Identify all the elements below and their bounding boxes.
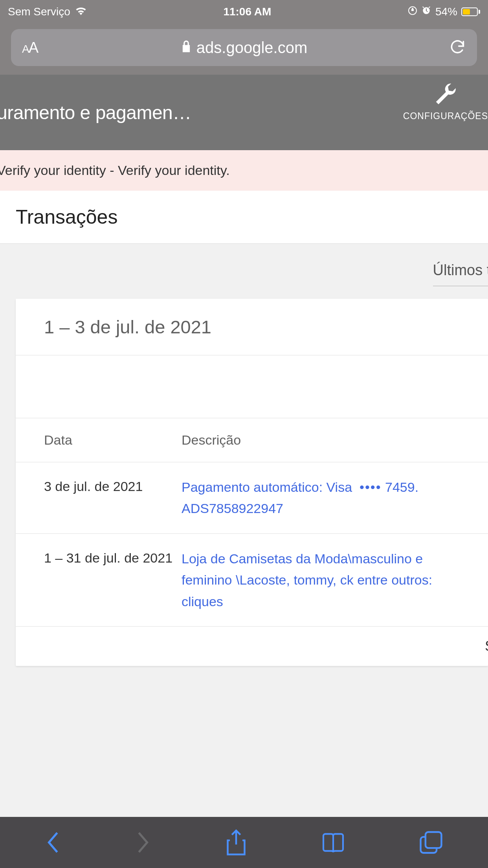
summary-text: S: [485, 638, 488, 655]
tabs-button[interactable]: [419, 831, 443, 854]
column-header-date: Data: [44, 432, 182, 448]
url-display[interactable]: ads.google.com: [38, 39, 450, 57]
reload-icon[interactable]: [450, 38, 466, 57]
status-time: 11:06 AM: [223, 6, 271, 18]
table-header-row: Data Descrição: [16, 418, 488, 462]
content-area: 1 – 3 de jul. de 2021 Data Descrição 3 d…: [0, 299, 488, 666]
table-row: 3 de jul. de 2021 Pagamento automático: …: [16, 462, 488, 534]
alert-title: Verify your identity: [0, 163, 106, 178]
alert-text: - Verify your identity.: [106, 163, 230, 178]
wrench-icon: [433, 83, 458, 107]
svg-rect-1: [426, 832, 442, 848]
wifi-icon: [75, 6, 87, 18]
table-row: 1 – 31 de jul. de 2021 Loja de Camisetas…: [16, 534, 488, 627]
battery-icon: [461, 7, 480, 16]
url-text: ads.google.com: [196, 39, 307, 57]
forward-button: [135, 831, 151, 853]
verify-identity-alert[interactable]: Verify your identity - Verify your ident…: [0, 150, 488, 191]
lock-icon: [181, 39, 192, 57]
cell-date: 1 – 31 de jul. de 2021: [44, 548, 182, 568]
cell-description[interactable]: Pagamento automático: Visa •••• 7459. AD…: [182, 476, 460, 519]
share-button[interactable]: [226, 829, 247, 856]
status-bar: Sem Serviço 11:06 AM 54%: [0, 0, 488, 24]
date-filter-dropdown[interactable]: Últimos tr: [433, 262, 488, 286]
campaign-link[interactable]: Loja de Camisetas da Moda\masculino e fe…: [182, 551, 432, 609]
payment-link[interactable]: Pagamento automático: Visa •••• 7459. AD…: [182, 480, 418, 516]
settings-button[interactable]: CONFIGURAÇÕES: [403, 83, 488, 121]
page-header: uramento e pagamen… CONFIGURAÇÕES: [0, 75, 488, 150]
bookmarks-button[interactable]: [321, 831, 345, 853]
status-right: 54%: [408, 6, 480, 18]
summary-row: S: [16, 627, 488, 666]
text-size-button[interactable]: AA: [22, 39, 38, 56]
back-button[interactable]: [45, 831, 61, 853]
filter-row: Últimos tr: [0, 244, 488, 299]
url-bar-container: AA ads.google.com: [0, 24, 488, 75]
status-left: Sem Serviço: [8, 6, 87, 18]
safari-toolbar: [0, 817, 488, 868]
alarm-icon: [421, 6, 431, 18]
cell-description[interactable]: Loja de Camisetas da Moda\masculino e fe…: [182, 548, 460, 612]
orientation-lock-icon: [408, 6, 417, 18]
settings-label: CONFIGURAÇÕES: [403, 111, 488, 121]
url-bar[interactable]: AA ads.google.com: [11, 29, 477, 66]
spacer-row: [16, 355, 488, 418]
date-range-header: 1 – 3 de jul. de 2021: [16, 299, 488, 355]
page-title: uramento e pagamen…: [0, 102, 191, 123]
section-title: Transações: [16, 206, 472, 228]
section-header: Transações: [0, 191, 488, 244]
carrier-text: Sem Serviço: [8, 6, 70, 18]
column-header-description: Descrição: [182, 432, 460, 448]
battery-percent: 54%: [435, 6, 457, 18]
transactions-card: 1 – 3 de jul. de 2021 Data Descrição 3 d…: [16, 299, 488, 666]
date-range-text: 1 – 3 de jul. de 2021: [44, 316, 460, 338]
cell-date: 3 de jul. de 2021: [44, 476, 182, 497]
